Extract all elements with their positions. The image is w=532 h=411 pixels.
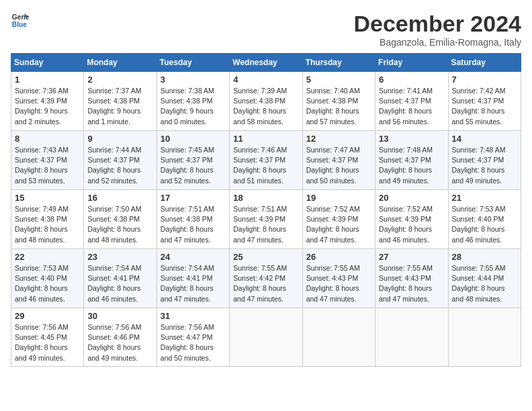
calendar-cell: 16Sunrise: 7:50 AMSunset: 4:38 PMDayligh… [84, 190, 157, 249]
day-number: 10 [161, 134, 226, 144]
calendar-cell: 31Sunrise: 7:56 AMSunset: 4:47 PMDayligh… [157, 308, 229, 367]
calendar-week-4: 22Sunrise: 7:53 AMSunset: 4:40 PMDayligh… [11, 249, 521, 308]
calendar-cell: 30Sunrise: 7:56 AMSunset: 4:46 PMDayligh… [84, 308, 157, 367]
day-info: Sunrise: 7:38 AMSunset: 4:38 PMDaylight:… [161, 86, 226, 127]
day-info: Sunrise: 7:55 AMSunset: 4:42 PMDaylight:… [233, 263, 298, 304]
calendar-cell: 29Sunrise: 7:56 AMSunset: 4:45 PMDayligh… [11, 308, 84, 367]
calendar-cell: 10Sunrise: 7:45 AMSunset: 4:37 PMDayligh… [157, 131, 229, 190]
calendar-cell: 5Sunrise: 7:40 AMSunset: 4:38 PMDaylight… [302, 72, 375, 131]
calendar-cell: 24Sunrise: 7:54 AMSunset: 4:41 PMDayligh… [157, 249, 229, 308]
day-number: 29 [15, 311, 80, 321]
day-number: 8 [15, 134, 80, 144]
day-info: Sunrise: 7:54 AMSunset: 4:41 PMDaylight:… [87, 263, 152, 304]
calendar-header-row: SundayMondayTuesdayWednesdayThursdayFrid… [11, 54, 521, 72]
day-info: Sunrise: 7:55 AMSunset: 4:43 PMDaylight:… [306, 263, 371, 304]
day-number: 22 [15, 252, 80, 262]
day-number: 13 [379, 134, 444, 144]
calendar-cell: 26Sunrise: 7:55 AMSunset: 4:43 PMDayligh… [302, 249, 375, 308]
calendar-cell: 21Sunrise: 7:53 AMSunset: 4:40 PMDayligh… [448, 190, 521, 249]
day-number: 1 [15, 75, 80, 85]
day-info: Sunrise: 7:47 AMSunset: 4:37 PMDaylight:… [306, 145, 371, 186]
calendar-cell: 7Sunrise: 7:42 AMSunset: 4:37 PMDaylight… [448, 72, 521, 131]
day-number: 3 [161, 75, 226, 85]
day-info: Sunrise: 7:36 AMSunset: 4:39 PMDaylight:… [15, 86, 80, 127]
day-number: 14 [452, 134, 517, 144]
calendar-cell: 2Sunrise: 7:37 AMSunset: 4:38 PMDaylight… [84, 72, 157, 131]
day-info: Sunrise: 7:54 AMSunset: 4:41 PMDaylight:… [161, 263, 226, 304]
calendar-cell: 28Sunrise: 7:55 AMSunset: 4:44 PMDayligh… [448, 249, 521, 308]
day-number: 17 [161, 193, 226, 203]
calendar-cell: 18Sunrise: 7:51 AMSunset: 4:39 PMDayligh… [230, 190, 302, 249]
day-info: Sunrise: 7:53 AMSunset: 4:40 PMDaylight:… [15, 263, 80, 304]
calendar-week-1: 1Sunrise: 7:36 AMSunset: 4:39 PMDaylight… [11, 72, 521, 131]
day-info: Sunrise: 7:39 AMSunset: 4:38 PMDaylight:… [233, 86, 298, 127]
day-number: 28 [452, 252, 517, 262]
svg-text:General: General [12, 13, 30, 21]
day-info: Sunrise: 7:48 AMSunset: 4:37 PMDaylight:… [379, 145, 444, 186]
day-info: Sunrise: 7:40 AMSunset: 4:38 PMDaylight:… [306, 86, 371, 127]
day-number: 27 [379, 252, 444, 262]
logo-icon: General Blue [11, 11, 30, 30]
day-number: 25 [233, 252, 298, 262]
calendar-body: 1Sunrise: 7:36 AMSunset: 4:39 PMDaylight… [11, 72, 521, 367]
calendar-week-2: 8Sunrise: 7:43 AMSunset: 4:37 PMDaylight… [11, 131, 521, 190]
day-info: Sunrise: 7:55 AMSunset: 4:44 PMDaylight:… [452, 263, 517, 304]
day-info: Sunrise: 7:41 AMSunset: 4:37 PMDaylight:… [379, 86, 444, 127]
calendar-cell: 6Sunrise: 7:41 AMSunset: 4:37 PMDaylight… [375, 72, 448, 131]
day-number: 6 [379, 75, 444, 85]
day-info: Sunrise: 7:51 AMSunset: 4:39 PMDaylight:… [233, 204, 298, 245]
calendar-cell: 11Sunrise: 7:46 AMSunset: 4:37 PMDayligh… [230, 131, 302, 190]
header-thursday: Thursday [302, 54, 375, 72]
day-info: Sunrise: 7:51 AMSunset: 4:38 PMDaylight:… [161, 204, 226, 245]
calendar-cell [302, 308, 375, 367]
day-info: Sunrise: 7:56 AMSunset: 4:47 PMDaylight:… [161, 322, 226, 363]
day-info: Sunrise: 7:42 AMSunset: 4:37 PMDaylight:… [452, 86, 517, 127]
day-number: 31 [161, 311, 226, 321]
calendar-week-3: 15Sunrise: 7:49 AMSunset: 4:38 PMDayligh… [11, 190, 521, 249]
logo: General Blue [11, 11, 30, 30]
calendar-table: SundayMondayTuesdayWednesdayThursdayFrid… [11, 53, 521, 367]
day-number: 4 [233, 75, 298, 85]
header-tuesday: Tuesday [157, 54, 229, 72]
day-number: 19 [306, 193, 371, 203]
header-sunday: Sunday [11, 54, 84, 72]
calendar-cell: 12Sunrise: 7:47 AMSunset: 4:37 PMDayligh… [302, 131, 375, 190]
day-info: Sunrise: 7:48 AMSunset: 4:37 PMDaylight:… [452, 145, 517, 186]
header-wednesday: Wednesday [230, 54, 302, 72]
day-info: Sunrise: 7:56 AMSunset: 4:46 PMDaylight:… [87, 322, 152, 363]
calendar-cell: 23Sunrise: 7:54 AMSunset: 4:41 PMDayligh… [84, 249, 157, 308]
calendar-cell: 14Sunrise: 7:48 AMSunset: 4:37 PMDayligh… [448, 131, 521, 190]
day-number: 7 [452, 75, 517, 85]
day-number: 20 [379, 193, 444, 203]
day-number: 12 [306, 134, 371, 144]
calendar-cell [448, 308, 521, 367]
calendar-cell: 25Sunrise: 7:55 AMSunset: 4:42 PMDayligh… [230, 249, 302, 308]
calendar-cell: 13Sunrise: 7:48 AMSunset: 4:37 PMDayligh… [375, 131, 448, 190]
calendar-cell: 17Sunrise: 7:51 AMSunset: 4:38 PMDayligh… [157, 190, 229, 249]
day-number: 11 [233, 134, 298, 144]
day-number: 30 [87, 311, 152, 321]
calendar-cell [230, 308, 302, 367]
day-info: Sunrise: 7:49 AMSunset: 4:38 PMDaylight:… [15, 204, 80, 245]
day-info: Sunrise: 7:45 AMSunset: 4:37 PMDaylight:… [161, 145, 226, 186]
month-title: December 2024 [353, 11, 521, 37]
day-number: 2 [87, 75, 152, 85]
day-number: 26 [306, 252, 371, 262]
day-info: Sunrise: 7:43 AMSunset: 4:37 PMDaylight:… [15, 145, 80, 186]
title-block: December 2024 Baganzola, Emilia-Romagna,… [353, 11, 521, 48]
calendar-cell: 9Sunrise: 7:44 AMSunset: 4:37 PMDaylight… [84, 131, 157, 190]
calendar-cell: 27Sunrise: 7:55 AMSunset: 4:43 PMDayligh… [375, 249, 448, 308]
calendar-cell: 19Sunrise: 7:52 AMSunset: 4:39 PMDayligh… [302, 190, 375, 249]
day-number: 15 [15, 193, 80, 203]
day-number: 24 [161, 252, 226, 262]
day-number: 9 [87, 134, 152, 144]
day-number: 5 [306, 75, 371, 85]
day-info: Sunrise: 7:53 AMSunset: 4:40 PMDaylight:… [452, 204, 517, 245]
calendar-cell [375, 308, 448, 367]
day-number: 18 [233, 193, 298, 203]
day-info: Sunrise: 7:52 AMSunset: 4:39 PMDaylight:… [379, 204, 444, 245]
day-number: 16 [87, 193, 152, 203]
calendar-cell: 1Sunrise: 7:36 AMSunset: 4:39 PMDaylight… [11, 72, 84, 131]
header-saturday: Saturday [448, 54, 521, 72]
location-subtitle: Baganzola, Emilia-Romagna, Italy [353, 37, 521, 48]
